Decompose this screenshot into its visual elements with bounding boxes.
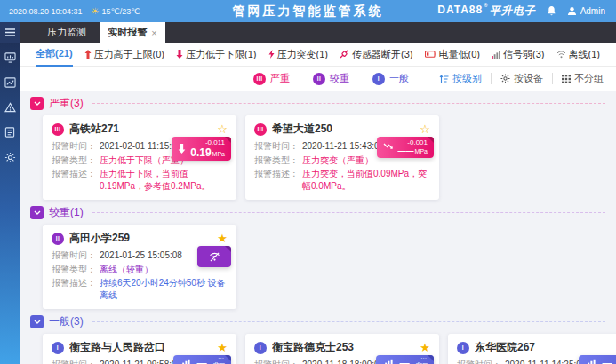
divider (92, 321, 605, 322)
filter-sensor-disconnect[interactable]: 传感器断开(3) (340, 43, 412, 66)
station-name: 衡宝路与人民路岔口 (69, 340, 212, 355)
tab-realtime-alarm[interactable]: 实时报警 × (100, 22, 165, 43)
section-title: 较重(1) (49, 205, 84, 220)
alarm-time: 2020-11-18 18:00:00 (302, 359, 384, 364)
moderate-level-icon: II (313, 73, 325, 85)
divider (491, 73, 492, 84)
signal-value: — (399, 358, 409, 364)
moderate-level-icon: II (52, 233, 64, 245)
section-severe-header: 严重(3) (30, 96, 605, 111)
wifi-off-icon (209, 252, 220, 262)
station-name: 东华医院267 (475, 340, 616, 355)
alarm-time: 2020-11-21 15:43:00 (302, 140, 384, 153)
section-general-header: 一般(3) (30, 314, 605, 329)
divider (552, 73, 553, 84)
pressure-value: 0.19 (190, 147, 211, 158)
bell-icon[interactable] (547, 4, 556, 20)
filter-pressure-low[interactable]: 压力低于下限(1) (176, 43, 256, 66)
signal-value-badge: ⋯ — dbm (376, 355, 434, 364)
signal-value: — (196, 358, 206, 364)
more-icon: ⋯ (218, 355, 224, 361)
filter-pressure-surge[interactable]: 压力突变(1) (268, 43, 328, 66)
station-name: 高铁站271 (69, 122, 212, 137)
alarm-card[interactable]: I 衡宝路与人民路岔口 ★ 报警时间：2020-11-21 09:58:00 报… (43, 334, 236, 364)
collapse-chevron-icon[interactable] (30, 315, 44, 328)
battery-low-icon (425, 51, 436, 58)
general-level-icon: I (52, 342, 64, 354)
star-icon[interactable]: ☆ (420, 123, 430, 135)
alarm-desc: 压力突变，当前值0.09MPa，突幅0.0MPa。 (302, 168, 430, 192)
station-name: 高田小学259 (69, 231, 212, 246)
top-bar: 2020.08.20 10:04:31 ☀ 15℃/23℃ 管网压力智能监管系统… (0, 0, 616, 22)
collapse-chevron-icon[interactable] (30, 97, 44, 110)
star-icon[interactable]: ★ (217, 233, 228, 244)
gear-icon (500, 74, 510, 83)
group-by-level-button[interactable]: 按级别 (439, 72, 482, 85)
alarm-time: 2021-01-25 15:05:08 (100, 249, 182, 262)
section-moderate-header: 较重(1) (30, 205, 605, 220)
alarm-card[interactable]: III 高铁站271 ☆ 报警时间：2021-02-01 11:15:00 报警… (43, 115, 236, 200)
alarm-card[interactable]: III 希望大道250 ☆ 报警时间：2020-11-21 15:43:00 报… (245, 115, 439, 200)
alarm-time: 2020-11-11 14:25:00 (505, 359, 586, 364)
datetime: 2020.08.20 10:04:31 (9, 7, 83, 16)
alarm-icon[interactable] (0, 98, 20, 117)
station-name: 希望大道250 (272, 122, 414, 137)
filter-pressure-high[interactable]: 压力高于上限(0) (84, 43, 164, 66)
signal-bars-icon (585, 359, 596, 364)
section-title: 一般(3) (49, 314, 84, 329)
general-level-icon: I (254, 342, 267, 354)
divider (92, 103, 605, 104)
alarm-card[interactable]: I 东华医院267 ☆ 报警时间：2020-11-11 14:25:00 报警类… (448, 334, 616, 364)
signal-weak-icon (492, 51, 500, 59)
filter-all[interactable]: 全部(21) (36, 42, 73, 67)
collapse-chevron-icon[interactable] (30, 206, 44, 219)
surge-zigzag-icon (383, 143, 394, 152)
pressure-delta: -0.011 (205, 139, 225, 146)
user-menu[interactable]: Admin (567, 6, 605, 16)
alarm-filter-tabs: 全部(21) 压力高于上限(0) 压力低于下限(1) 压力突变(1) 传感器断开… (20, 43, 616, 67)
pressure-value-badge: -0.011 0.19MPa (172, 137, 231, 161)
bolt-icon (268, 50, 275, 59)
chart-icon[interactable] (0, 73, 20, 92)
arrow-down-icon (178, 144, 186, 154)
ungrouped-button[interactable]: 不分组 (562, 72, 604, 85)
filter-battery-low[interactable]: 电量低(0) (425, 43, 480, 66)
group-by-device-button[interactable]: 按设备 (500, 72, 543, 85)
alarm-time: 2020-11-21 09:58:00 (100, 359, 181, 364)
signal-bars-icon (382, 359, 393, 364)
alarm-card[interactable]: I 衡宝路德克士253 ★ 报警时间：2020-11-18 18:00:00 报… (245, 334, 439, 364)
alarm-desc: 持续6天20小时24分钟50秒 设备离线 (100, 277, 228, 301)
tab-pressure-monitor[interactable]: 压力监测 (34, 22, 100, 43)
window-tabbar: 压力监测 实时报警 × (20, 22, 616, 43)
signal-bars-icon (180, 359, 190, 364)
report-icon[interactable] (0, 123, 20, 142)
grid-icon (562, 75, 571, 83)
menu-icon[interactable] (0, 22, 20, 43)
monitor-icon[interactable] (0, 48, 20, 67)
chip-general[interactable]: I 一般 (372, 72, 409, 85)
severity-toolbar: III 严重 II 较重 I 一般 按级别 (20, 67, 616, 91)
chip-severe[interactable]: III 严重 (253, 72, 290, 85)
section-title: 严重(3) (49, 96, 84, 111)
filter-signal-weak[interactable]: 信号弱(3) (492, 43, 544, 66)
sort-icon (439, 75, 449, 83)
star-icon[interactable]: ★ (217, 342, 228, 353)
pressure-unit: MPa (212, 151, 225, 157)
star-icon[interactable]: ☆ (217, 123, 228, 135)
alarm-desc: 压力低于下限，当前值0.19MPa，参考值0.2MPa。 (100, 168, 228, 192)
user-icon (567, 6, 577, 16)
username: Admin (580, 6, 605, 16)
chip-moderate[interactable]: II 较重 (313, 72, 349, 85)
sun-icon: ☀ (92, 6, 100, 16)
pressure-delta: -0.001 (407, 139, 428, 146)
general-level-icon: I (457, 342, 469, 354)
general-level-icon: I (372, 73, 385, 85)
filter-offline[interactable]: 离线(1) (556, 43, 600, 66)
star-icon[interactable]: ★ (420, 342, 430, 353)
alarm-card[interactable]: II 高田小学259 ★ 报警时间：2021-01-25 15:05:08 报警… (43, 225, 236, 309)
wifi-off-icon (556, 51, 566, 59)
close-tab-icon[interactable]: × (151, 28, 156, 38)
settings-gear-icon[interactable] (0, 147, 20, 167)
brand-logo: DATA88®平升电子 (437, 4, 535, 19)
signal-value-badge: ⋯ — dbm (579, 355, 616, 364)
